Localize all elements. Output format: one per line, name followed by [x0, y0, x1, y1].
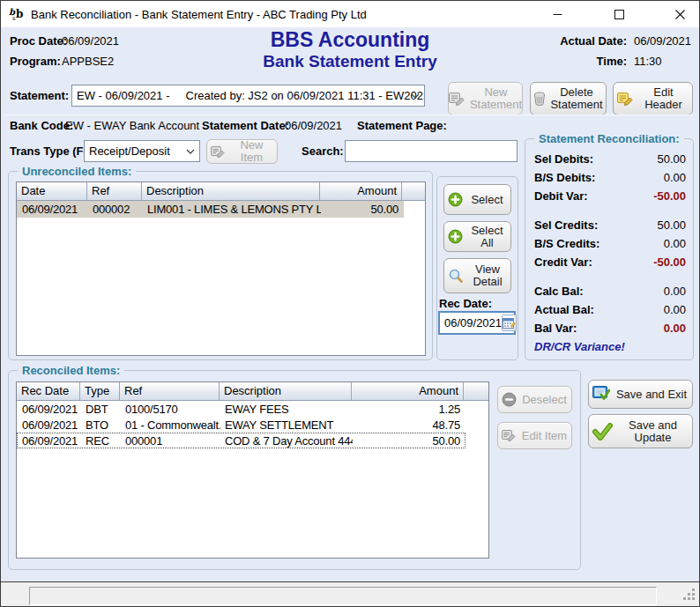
table-cell: COD & 7 Day Account 444...	[220, 433, 353, 448]
rec-date-value: 06/09/2021	[444, 316, 502, 329]
select-button[interactable]: Select	[443, 184, 511, 215]
status-bar	[1, 581, 699, 606]
actual-date-value: 06/09/2021	[634, 34, 691, 48]
maximize-button[interactable]	[599, 1, 639, 27]
edit-item-button[interactable]: Edit Item	[497, 422, 572, 449]
table-cell: REC	[81, 433, 121, 448]
recon-label: Sel Credits:	[534, 218, 598, 232]
column-header[interactable]: Description	[142, 182, 320, 200]
plus-circle-icon	[448, 229, 463, 244]
recon-label: B/S Credits:	[534, 237, 599, 250]
calendar-button[interactable]	[502, 315, 517, 331]
app-icon: bsb	[9, 6, 25, 22]
table-row[interactable]: 06/09/2021BTO01 - Commonwealt...EWAY SET…	[17, 417, 465, 433]
statement-combobox[interactable]: EW - 06/09/2021 - Created by: JS2 on 06/…	[71, 85, 425, 107]
recon-value: 0.00	[664, 303, 686, 316]
save-and-exit-label: Save and Exit	[614, 389, 689, 401]
table-cell: DBT	[81, 402, 121, 416]
recon-row: Calc Bal:0.00	[534, 282, 686, 300]
table-cell: 06/09/2021	[18, 418, 81, 432]
column-header[interactable]: Date	[17, 182, 87, 200]
save-and-exit-button[interactable]: Save and Exit	[588, 380, 693, 409]
select-label: Select	[467, 194, 507, 206]
reconciled-group-title: Reconciled Items:	[18, 364, 124, 377]
rec-date-label: Rec Date:	[439, 297, 492, 310]
status-panel	[29, 587, 657, 605]
recon-value: 0.00	[664, 237, 686, 250]
table-cell: 06/09/2021	[18, 202, 88, 217]
edit-header-icon	[617, 92, 634, 107]
resize-grip[interactable]	[683, 588, 696, 603]
table-cell: 50.00	[321, 202, 403, 217]
edit-header-button[interactable]: Edit Header	[613, 82, 693, 115]
recon-row: Sel Credits:50.00	[534, 216, 686, 234]
column-header[interactable]: Ref	[87, 182, 142, 200]
table-row[interactable]: 06/09/2021DBT0100/5170EWAY FEES1.25	[17, 401, 465, 417]
variance-warning: DR/CR Variance!	[534, 340, 686, 353]
trans-type-combobox[interactable]: Receipt/Deposit	[84, 140, 200, 162]
statement-combobox-value: EW - 06/09/2021 - Created by: JS2 on 06/…	[77, 89, 425, 102]
table-cell: 50.00	[353, 433, 465, 448]
table-cell: BTO	[81, 418, 121, 432]
unreconciled-table: DateRefDescriptionAmount06/09/2021000002…	[16, 181, 426, 356]
edit-item-label: Edit Item	[521, 430, 568, 442]
recon-gap	[534, 205, 686, 216]
close-button[interactable]	[660, 1, 700, 27]
column-header[interactable]: Amount	[352, 382, 464, 400]
recon-label: Debit Var:	[534, 189, 588, 203]
minimize-button[interactable]	[537, 1, 577, 27]
new-statement-button[interactable]: New Statement	[448, 82, 523, 115]
column-header[interactable]: Type	[80, 382, 120, 400]
title-bar: bsb Bank Reconciliation - Bank Statement…	[1, 1, 699, 27]
recon-value: 50.00	[657, 218, 686, 232]
search-input[interactable]	[345, 140, 518, 162]
close-icon	[675, 10, 685, 19]
recon-label: Credit Var:	[534, 255, 592, 269]
separator	[6, 115, 694, 115]
table-cell: EWAY SETTLEMENT	[220, 418, 353, 432]
time-value: 11:30	[634, 55, 662, 68]
save-and-update-button[interactable]: Save and Update	[588, 414, 693, 448]
select-all-label: Select All	[467, 225, 507, 249]
maximize-icon	[614, 10, 624, 19]
recon-value: 50.00	[657, 152, 686, 166]
column-header[interactable]: Description	[220, 382, 352, 400]
select-all-button[interactable]: Select All	[443, 221, 511, 252]
calendar-icon	[503, 317, 516, 329]
application-window: bsb Bank Reconciliation - Bank Statement…	[0, 0, 700, 607]
rec-date-input[interactable]: 06/09/2021	[438, 311, 516, 335]
table-row[interactable]: 06/09/2021REC000001COD & 7 Day Account 4…	[17, 433, 465, 448]
svg-text:b: b	[16, 8, 23, 20]
recon-row: Bal Var:0.00	[534, 319, 686, 337]
new-item-button[interactable]: New Item	[206, 139, 278, 164]
chevron-down-icon	[186, 149, 195, 154]
column-header[interactable]: Rec Date	[17, 382, 80, 400]
recon-row: Sel Debits:50.00	[534, 150, 686, 168]
delete-statement-button[interactable]: Delete Statement	[530, 82, 607, 115]
save-exit-icon	[592, 386, 610, 403]
reconciliation-panel: Statement Reconciliation: Sel Debits:50.…	[525, 138, 694, 360]
view-detail-button[interactable]: View Detail	[443, 258, 511, 293]
plus-circle-icon	[448, 192, 463, 207]
recon-label: B/S Debits:	[534, 171, 595, 184]
statement-date-value: 06/09/2021	[285, 119, 342, 132]
recon-row: B/S Debits:0.00	[534, 168, 686, 187]
deselect-button[interactable]: Deselect	[497, 386, 572, 413]
window-title: Bank Reconciliation - Bank Statement Ent…	[31, 8, 367, 21]
trans-type-value: Receipt/Deposit	[89, 144, 170, 158]
recon-row: Actual Bal:0.00	[534, 300, 686, 319]
statement-page-label: Statement Page:	[357, 119, 447, 132]
bank-code-label: Bank Code:	[10, 119, 73, 132]
statement-label: Statement:	[10, 89, 69, 102]
recon-row: B/S Credits:0.00	[534, 234, 686, 253]
table-row[interactable]: 06/09/2021000002LIM001 - LIMES & LEMONS …	[17, 201, 404, 218]
recon-label: Calc Bal:	[534, 285, 584, 298]
statement-date-label: Statement Date:	[202, 119, 289, 132]
search-label: Search:	[302, 144, 344, 158]
column-header[interactable]: Ref	[120, 382, 220, 400]
reconciled-table: Rec DateTypeRefDescriptionAmount06/09/20…	[16, 381, 489, 559]
new-item-label: New Item	[230, 139, 273, 164]
column-header[interactable]: Amount	[320, 182, 402, 200]
recon-value: 0.00	[664, 285, 686, 298]
save-and-update-label: Save and Update	[617, 419, 689, 444]
